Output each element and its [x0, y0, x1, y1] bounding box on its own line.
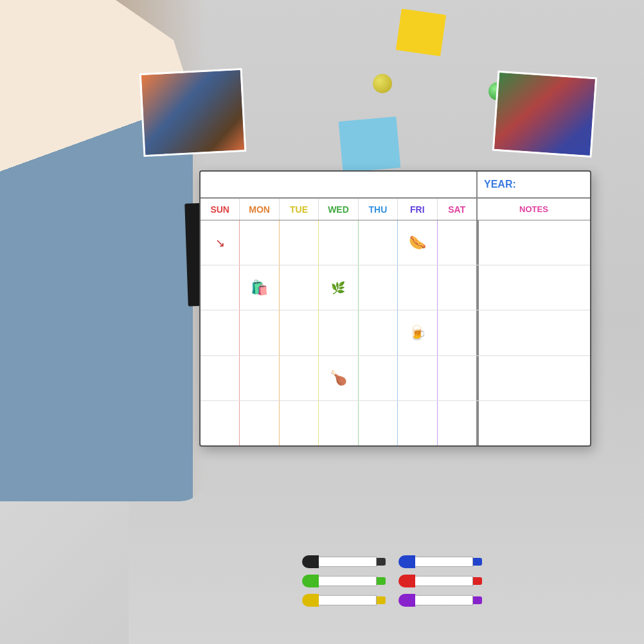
marker-blue-body	[415, 557, 473, 567]
marker-yellow-body	[319, 595, 377, 605]
header-fri: FRI	[398, 199, 437, 220]
magnet-ball-yellow	[373, 74, 392, 93]
header-wed: WED	[319, 199, 358, 220]
cal-row-4: 🍗	[201, 356, 590, 401]
marker-red-tip	[473, 577, 482, 585]
cell-r3-sun[interactable]	[201, 310, 240, 355]
cell-r4-tue[interactable]	[280, 356, 319, 400]
marker-purple	[398, 594, 482, 607]
marker-purple-body	[415, 595, 473, 605]
photo-left	[139, 68, 247, 157]
calendar-whiteboard[interactable]: YEAR: SUN MON TUE WED THU FRI SAT NOTES …	[199, 170, 591, 447]
marker-black-body	[319, 557, 377, 567]
cell-r2-sun[interactable]	[201, 265, 240, 310]
cell-r2-thu[interactable]	[359, 265, 398, 310]
calendar-header: YEAR:	[201, 172, 590, 199]
cell-r3-fri[interactable]: 🍺	[398, 310, 437, 355]
marker-yellow-tip	[377, 596, 386, 604]
marker-blue-cap	[398, 555, 415, 568]
cell-r5-tue[interactable]	[280, 401, 319, 445]
marker-black-tip	[377, 558, 386, 566]
notes-r2[interactable]	[478, 265, 590, 310]
cell-r2-fri[interactable]	[398, 265, 437, 310]
marker-red	[398, 575, 482, 587]
marker-black-cap	[302, 555, 319, 568]
cell-r4-sat[interactable]	[438, 356, 478, 400]
cell-r4-sun[interactable]	[201, 356, 240, 400]
marker-purple-tip	[473, 596, 482, 604]
header-sun: SUN	[201, 199, 240, 220]
cell-r4-thu[interactable]	[359, 356, 398, 400]
cell-r1-sun[interactable]: ↘	[201, 220, 240, 265]
cell-r5-fri[interactable]	[398, 401, 437, 445]
cell-r5-sat[interactable]	[438, 401, 478, 445]
cell-r2-sat[interactable]	[438, 265, 478, 310]
cal-row-5	[201, 401, 590, 445]
marker-green-body	[319, 576, 377, 586]
marker-green-cap	[302, 575, 319, 587]
marker-yellow-cap	[302, 594, 319, 607]
cell-r5-thu[interactable]	[359, 401, 398, 445]
header-tue: TUE	[280, 199, 319, 220]
marker-row-1	[302, 555, 482, 568]
marker-blue	[398, 555, 482, 568]
cell-r5-wed[interactable]	[319, 401, 358, 445]
notes-r3[interactable]	[478, 310, 590, 355]
marker-black	[302, 555, 386, 568]
cell-r4-mon[interactable]	[240, 356, 279, 400]
marker-green-tip	[377, 577, 386, 585]
cell-r3-wed[interactable]	[319, 310, 358, 355]
cell-r3-tue[interactable]	[280, 310, 319, 355]
notes-r4[interactable]	[478, 356, 590, 400]
year-label: YEAR:	[484, 179, 516, 190]
calendar-body: ↘ 🌭 🛍️ 🌿 🍺	[201, 220, 590, 445]
cal-row-1: ↘ 🌭	[201, 220, 590, 265]
cell-r1-tue[interactable]	[280, 220, 319, 265]
sticky-note-yellow	[396, 8, 446, 56]
cell-r4-fri[interactable]	[398, 356, 437, 400]
header-thu: THU	[359, 199, 398, 220]
notes-r1[interactable]	[478, 220, 590, 265]
sticky-note-blue	[339, 116, 401, 173]
cell-r1-fri[interactable]: 🌭	[398, 220, 437, 265]
header-sat: SAT	[438, 199, 478, 220]
cell-r3-sat[interactable]	[438, 310, 478, 355]
cell-r3-mon[interactable]	[240, 310, 279, 355]
cell-r1-sat[interactable]	[438, 220, 478, 265]
year-area: YEAR:	[478, 172, 590, 197]
cell-r1-wed[interactable]	[319, 220, 358, 265]
cell-r2-wed[interactable]: 🌿	[319, 265, 358, 310]
marker-red-cap	[398, 575, 415, 587]
cell-r1-mon[interactable]	[240, 220, 279, 265]
notes-r5[interactable]	[478, 401, 590, 445]
cal-row-3: 🍺	[201, 310, 590, 355]
cal-row-2: 🛍️ 🌿	[201, 265, 590, 310]
cell-r4-wed[interactable]: 🍗	[319, 356, 358, 400]
markers-container	[302, 555, 482, 607]
marker-blue-tip	[473, 558, 482, 566]
marker-row-2	[302, 575, 482, 587]
cell-r5-mon[interactable]	[240, 401, 279, 445]
cell-r1-thu[interactable]	[359, 220, 398, 265]
day-headers: SUN MON TUE WED THU FRI SAT NOTES	[201, 199, 590, 220]
cell-r5-sun[interactable]	[201, 401, 240, 445]
month-area	[201, 172, 478, 197]
header-notes: NOTES	[478, 199, 590, 220]
marker-purple-cap	[398, 594, 415, 607]
marker-green	[302, 575, 386, 587]
cell-r2-mon[interactable]: 🛍️	[240, 265, 279, 310]
marker-yellow	[302, 594, 386, 607]
cell-r3-thu[interactable]	[359, 310, 398, 355]
marker-row-3	[302, 594, 482, 607]
cell-r2-tue[interactable]	[280, 265, 319, 310]
marker-red-body	[415, 576, 473, 586]
photo-right	[492, 71, 597, 158]
header-mon: MON	[240, 199, 279, 220]
